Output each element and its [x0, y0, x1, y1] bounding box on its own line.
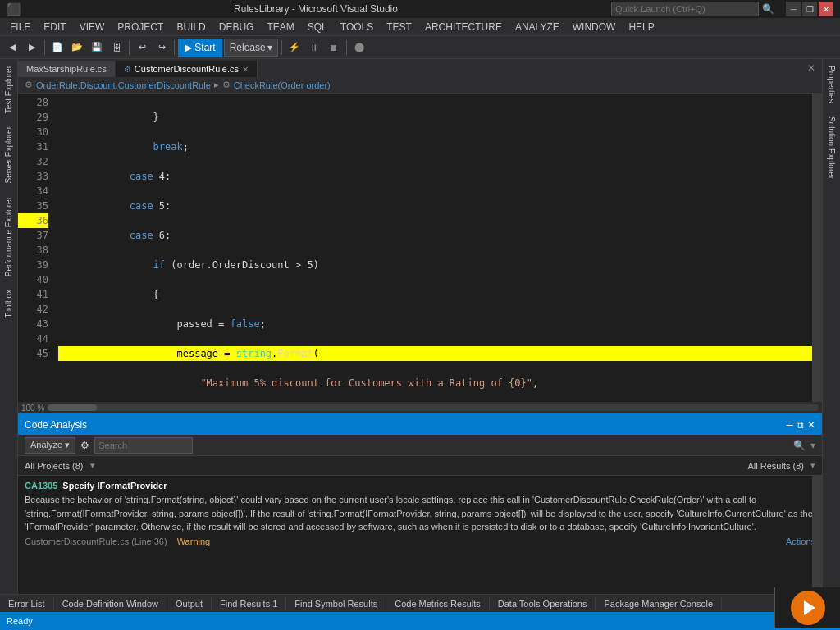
all-results-label[interactable]: All Results (8)	[748, 461, 804, 471]
code-line-35: passed = false;	[58, 317, 812, 331]
menu-debug[interactable]: DEBUG	[212, 20, 261, 34]
release-dropdown[interactable]: Release ▾	[224, 39, 278, 57]
minimize-button[interactable]: ─	[786, 2, 801, 16]
tab-output[interactable]: Output	[167, 597, 212, 610]
code-line-32: case 6:	[58, 228, 812, 243]
play-icon	[804, 600, 815, 615]
menu-edit[interactable]: EDIT	[37, 20, 72, 34]
start-button[interactable]: ▶ ▶ StartStart	[178, 39, 222, 57]
search-input[interactable]	[94, 437, 193, 454]
menu-architecture[interactable]: ARCHITECTURE	[418, 20, 509, 34]
panel-minimize-button[interactable]: ─	[786, 419, 793, 431]
tab-code-definition-window[interactable]: Code Definition Window	[54, 597, 167, 610]
panel-float-button[interactable]: ⧉	[797, 419, 804, 431]
sidebar-tab-properties[interactable]: Properties	[824, 59, 838, 110]
main-area: Test Explorer Server Explorer Performanc…	[0, 59, 840, 594]
line-numbers: 2829303132 3334353637 3839404142 434445	[18, 94, 55, 402]
menu-build[interactable]: BUILD	[170, 20, 212, 34]
vs-logo: ⬛	[7, 2, 21, 16]
right-sidebar: Properties Solution Explorer	[822, 59, 840, 594]
tab-package-manager-console[interactable]: Package Manager Console	[596, 597, 722, 610]
panel-close-button[interactable]: ✕	[807, 419, 815, 431]
code-line-33: if (order.OrderDiscount > 5)	[58, 258, 812, 272]
menu-sql[interactable]: SQL	[301, 20, 334, 34]
menu-view[interactable]: VIEW	[73, 20, 112, 34]
tab-error-list[interactable]: Error List	[0, 597, 54, 610]
breadcrumb-class[interactable]: OrderRule.Discount.CustomerDiscountRule	[36, 80, 211, 90]
all-projects-label[interactable]: All Projects (8)	[25, 461, 84, 471]
code-line-28: }	[58, 110, 812, 125]
release-label: Release	[230, 42, 266, 53]
editor-scrollbar[interactable]	[812, 94, 822, 402]
result-title: Specify IFormatProvider	[62, 481, 167, 491]
title-bar: ⬛ RulesLibrary - Microsoft Visual Studio…	[0, 0, 840, 18]
bottom-tabs-bar: Error List Code Definition Window Output…	[0, 594, 840, 612]
open-button[interactable]: 📂	[68, 39, 86, 57]
tab-close-icon[interactable]: ✕	[242, 65, 249, 74]
save-button[interactable]: 💾	[88, 39, 106, 57]
toolbar-separator-5	[346, 40, 347, 55]
code-line-36: message = string.Format(	[58, 346, 812, 361]
result-code: CA1305	[25, 481, 57, 491]
forward-button[interactable]: ▶	[23, 39, 41, 57]
back-button[interactable]: ◀	[3, 39, 21, 57]
tab-maxstarshiprule[interactable]: MaxStarshipRule.cs	[18, 61, 116, 77]
redo-button[interactable]: ↪	[153, 39, 171, 57]
pause-button[interactable]: ⏸	[305, 39, 323, 57]
attach-button[interactable]: ⚡	[285, 39, 304, 57]
result-actions[interactable]: Actions	[786, 536, 815, 546]
result-body: Because the behavior of 'string.Format(s…	[25, 493, 815, 534]
status-text: Ready	[7, 616, 33, 626]
undo-button[interactable]: ↩	[133, 39, 151, 57]
sidebar-tab-performance-explorer[interactable]: Performance Explorer	[2, 190, 16, 283]
menu-test[interactable]: TEST	[380, 20, 418, 34]
more-options-button[interactable]: ▾	[810, 440, 815, 451]
editor-area: MaxStarshipRule.cs ⚙ CustomerDiscountRul…	[18, 59, 822, 594]
breadcrumb-method[interactable]: CheckRule(Order order)	[234, 80, 331, 90]
settings-button[interactable]: ⚙	[80, 440, 89, 451]
menu-project[interactable]: PROJECT	[111, 20, 170, 34]
zoom-label: 100 %	[21, 404, 44, 413]
tab-find-results-1[interactable]: Find Results 1	[212, 597, 286, 610]
sidebar-tab-toolbox[interactable]: Toolbox	[2, 283, 16, 324]
save-all-button[interactable]: 🗄	[107, 39, 126, 57]
tab-customerdiscountrule[interactable]: ⚙ CustomerDiscountRule.cs ✕	[116, 61, 258, 77]
menu-window[interactable]: WINDOW	[566, 20, 623, 34]
menu-bar: FILE EDIT VIEW PROJECT BUILD DEBUG TEAM …	[0, 18, 840, 36]
menu-file[interactable]: FILE	[3, 20, 37, 34]
panel-scrollbar[interactable]	[812, 476, 822, 594]
tab-find-symbol-results[interactable]: Find Symbol Results	[286, 597, 386, 610]
stop-button[interactable]: ⏹	[325, 39, 343, 57]
sidebar-tab-test-explorer[interactable]: Test Explorer	[2, 59, 16, 120]
panel-header: Code Analysis ─ ⧉ ✕	[18, 415, 822, 435]
ps-logo-area	[774, 587, 840, 628]
breadcrumb: ⚙ OrderRule.Discount.CustomerDiscountRul…	[18, 77, 822, 94]
horizontal-scrollbar[interactable]	[48, 404, 819, 411]
restore-button[interactable]: ❐	[802, 2, 817, 16]
tab-code-metrics-results[interactable]: Code Metrics Results	[386, 597, 490, 610]
result-item: CA1305 Specify IFormatProvider Because t…	[25, 481, 815, 546]
sidebar-tab-solution-explorer[interactable]: Solution Explorer	[824, 110, 838, 185]
code-line-31: case 5:	[58, 199, 812, 213]
code-lines[interactable]: } break; case 4: case 5: case 6: if (ord…	[55, 94, 812, 402]
quick-launch-input[interactable]	[611, 2, 759, 16]
menu-team[interactable]: TEAM	[260, 20, 300, 34]
new-project-button[interactable]: 📄	[48, 39, 66, 57]
toolbar-separator-3	[174, 40, 175, 55]
menu-tools[interactable]: TOOLS	[334, 20, 380, 34]
chevron-down-icon: ▾	[90, 460, 95, 471]
analyze-button[interactable]: Analyze ▾	[25, 437, 75, 454]
breakpoint-button[interactable]: ⬤	[350, 39, 368, 57]
search-results-button[interactable]: 🔍	[793, 440, 806, 451]
results-area: CA1305 Specify IFormatProvider Because t…	[18, 476, 822, 594]
quick-launch-area: 🔍	[611, 2, 774, 16]
menu-help[interactable]: HELP	[622, 20, 660, 34]
code-line-30: case 4:	[58, 169, 812, 184]
status-bar: Ready	[0, 612, 840, 630]
tab-close-all-button[interactable]: ✕	[801, 62, 822, 74]
tab-data-tools-operations[interactable]: Data Tools Operations	[490, 597, 596, 610]
close-button[interactable]: ✕	[819, 2, 833, 16]
sidebar-tab-server-explorer[interactable]: Server Explorer	[2, 120, 16, 189]
ps-play-button[interactable]	[791, 591, 825, 625]
menu-analyze[interactable]: ANALYZE	[509, 20, 566, 34]
